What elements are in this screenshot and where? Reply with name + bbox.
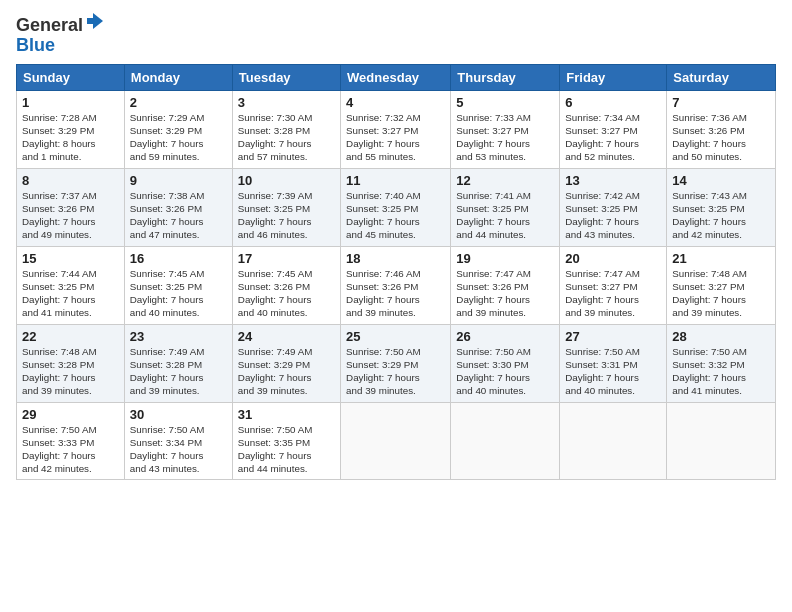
- day-info: Sunrise: 7:36 AMSunset: 3:26 PMDaylight:…: [672, 111, 770, 164]
- day-info: Sunrise: 7:44 AMSunset: 3:25 PMDaylight:…: [22, 267, 119, 320]
- day-number: 1: [22, 95, 119, 110]
- calendar-cell: 20Sunrise: 7:47 AMSunset: 3:27 PMDayligh…: [560, 246, 667, 324]
- day-info: Sunrise: 7:50 AMSunset: 3:31 PMDaylight:…: [565, 345, 661, 398]
- day-info: Sunrise: 7:50 AMSunset: 3:35 PMDaylight:…: [238, 423, 335, 476]
- day-info: Sunrise: 7:39 AMSunset: 3:25 PMDaylight:…: [238, 189, 335, 242]
- day-info: Sunrise: 7:29 AMSunset: 3:29 PMDaylight:…: [130, 111, 227, 164]
- day-info: Sunrise: 7:37 AMSunset: 3:26 PMDaylight:…: [22, 189, 119, 242]
- day-number: 9: [130, 173, 227, 188]
- calendar-cell: 10Sunrise: 7:39 AMSunset: 3:25 PMDayligh…: [232, 168, 340, 246]
- calendar-cell: 27Sunrise: 7:50 AMSunset: 3:31 PMDayligh…: [560, 324, 667, 402]
- day-number: 19: [456, 251, 554, 266]
- calendar-cell: 8Sunrise: 7:37 AMSunset: 3:26 PMDaylight…: [17, 168, 125, 246]
- col-tuesday: Tuesday: [232, 64, 340, 90]
- col-wednesday: Wednesday: [341, 64, 451, 90]
- day-info: Sunrise: 7:49 AMSunset: 3:29 PMDaylight:…: [238, 345, 335, 398]
- day-info: Sunrise: 7:42 AMSunset: 3:25 PMDaylight:…: [565, 189, 661, 242]
- day-info: Sunrise: 7:45 AMSunset: 3:25 PMDaylight:…: [130, 267, 227, 320]
- day-info: Sunrise: 7:43 AMSunset: 3:25 PMDaylight:…: [672, 189, 770, 242]
- calendar-cell: 2Sunrise: 7:29 AMSunset: 3:29 PMDaylight…: [124, 90, 232, 168]
- day-number: 27: [565, 329, 661, 344]
- page-header: General Blue: [16, 12, 776, 56]
- day-info: Sunrise: 7:46 AMSunset: 3:26 PMDaylight:…: [346, 267, 445, 320]
- day-number: 31: [238, 407, 335, 422]
- calendar-cell: [560, 402, 667, 480]
- col-thursday: Thursday: [451, 64, 560, 90]
- day-info: Sunrise: 7:33 AMSunset: 3:27 PMDaylight:…: [456, 111, 554, 164]
- day-info: Sunrise: 7:32 AMSunset: 3:27 PMDaylight:…: [346, 111, 445, 164]
- day-info: Sunrise: 7:40 AMSunset: 3:25 PMDaylight:…: [346, 189, 445, 242]
- day-number: 20: [565, 251, 661, 266]
- day-number: 30: [130, 407, 227, 422]
- day-number: 25: [346, 329, 445, 344]
- calendar-cell: 9Sunrise: 7:38 AMSunset: 3:26 PMDaylight…: [124, 168, 232, 246]
- col-monday: Monday: [124, 64, 232, 90]
- logo-arrow-icon: [85, 11, 105, 31]
- calendar-cell: 7Sunrise: 7:36 AMSunset: 3:26 PMDaylight…: [667, 90, 776, 168]
- calendar-cell: 23Sunrise: 7:49 AMSunset: 3:28 PMDayligh…: [124, 324, 232, 402]
- svg-marker-0: [87, 13, 103, 29]
- calendar-cell: 18Sunrise: 7:46 AMSunset: 3:26 PMDayligh…: [341, 246, 451, 324]
- calendar-cell: 1Sunrise: 7:28 AMSunset: 3:29 PMDaylight…: [17, 90, 125, 168]
- calendar-cell: 12Sunrise: 7:41 AMSunset: 3:25 PMDayligh…: [451, 168, 560, 246]
- day-info: Sunrise: 7:48 AMSunset: 3:27 PMDaylight:…: [672, 267, 770, 320]
- day-info: Sunrise: 7:50 AMSunset: 3:33 PMDaylight:…: [22, 423, 119, 476]
- day-number: 14: [672, 173, 770, 188]
- day-info: Sunrise: 7:50 AMSunset: 3:30 PMDaylight:…: [456, 345, 554, 398]
- calendar-cell: 28Sunrise: 7:50 AMSunset: 3:32 PMDayligh…: [667, 324, 776, 402]
- calendar-cell: 14Sunrise: 7:43 AMSunset: 3:25 PMDayligh…: [667, 168, 776, 246]
- calendar-cell: [667, 402, 776, 480]
- col-friday: Friday: [560, 64, 667, 90]
- calendar-cell: 5Sunrise: 7:33 AMSunset: 3:27 PMDaylight…: [451, 90, 560, 168]
- day-number: 5: [456, 95, 554, 110]
- day-info: Sunrise: 7:50 AMSunset: 3:34 PMDaylight:…: [130, 423, 227, 476]
- day-number: 4: [346, 95, 445, 110]
- calendar-cell: 19Sunrise: 7:47 AMSunset: 3:26 PMDayligh…: [451, 246, 560, 324]
- day-number: 24: [238, 329, 335, 344]
- calendar-table: Sunday Monday Tuesday Wednesday Thursday…: [16, 64, 776, 481]
- day-info: Sunrise: 7:50 AMSunset: 3:29 PMDaylight:…: [346, 345, 445, 398]
- day-info: Sunrise: 7:34 AMSunset: 3:27 PMDaylight:…: [565, 111, 661, 164]
- day-number: 12: [456, 173, 554, 188]
- day-info: Sunrise: 7:47 AMSunset: 3:27 PMDaylight:…: [565, 267, 661, 320]
- calendar-cell: 15Sunrise: 7:44 AMSunset: 3:25 PMDayligh…: [17, 246, 125, 324]
- logo: General Blue: [16, 16, 105, 56]
- day-number: 18: [346, 251, 445, 266]
- calendar-cell: [341, 402, 451, 480]
- day-number: 21: [672, 251, 770, 266]
- day-info: Sunrise: 7:47 AMSunset: 3:26 PMDaylight:…: [456, 267, 554, 320]
- day-info: Sunrise: 7:49 AMSunset: 3:28 PMDaylight:…: [130, 345, 227, 398]
- logo-general: General: [16, 15, 83, 35]
- calendar-cell: 16Sunrise: 7:45 AMSunset: 3:25 PMDayligh…: [124, 246, 232, 324]
- calendar-cell: 3Sunrise: 7:30 AMSunset: 3:28 PMDaylight…: [232, 90, 340, 168]
- page-container: General Blue Sunday Monday Tuesday Wedne…: [0, 0, 792, 488]
- calendar-cell: 31Sunrise: 7:50 AMSunset: 3:35 PMDayligh…: [232, 402, 340, 480]
- day-number: 8: [22, 173, 119, 188]
- col-saturday: Saturday: [667, 64, 776, 90]
- calendar-cell: 11Sunrise: 7:40 AMSunset: 3:25 PMDayligh…: [341, 168, 451, 246]
- calendar-cell: 22Sunrise: 7:48 AMSunset: 3:28 PMDayligh…: [17, 324, 125, 402]
- logo-blue: Blue: [16, 35, 55, 55]
- calendar-cell: 25Sunrise: 7:50 AMSunset: 3:29 PMDayligh…: [341, 324, 451, 402]
- day-number: 10: [238, 173, 335, 188]
- calendar-cell: 24Sunrise: 7:49 AMSunset: 3:29 PMDayligh…: [232, 324, 340, 402]
- day-number: 17: [238, 251, 335, 266]
- calendar-cell: 17Sunrise: 7:45 AMSunset: 3:26 PMDayligh…: [232, 246, 340, 324]
- logo-text: General Blue: [16, 16, 105, 56]
- calendar-cell: [451, 402, 560, 480]
- day-number: 23: [130, 329, 227, 344]
- day-number: 28: [672, 329, 770, 344]
- day-number: 13: [565, 173, 661, 188]
- calendar-cell: 13Sunrise: 7:42 AMSunset: 3:25 PMDayligh…: [560, 168, 667, 246]
- day-number: 29: [22, 407, 119, 422]
- calendar-cell: 30Sunrise: 7:50 AMSunset: 3:34 PMDayligh…: [124, 402, 232, 480]
- day-info: Sunrise: 7:28 AMSunset: 3:29 PMDaylight:…: [22, 111, 119, 164]
- day-info: Sunrise: 7:38 AMSunset: 3:26 PMDaylight:…: [130, 189, 227, 242]
- day-number: 2: [130, 95, 227, 110]
- day-info: Sunrise: 7:30 AMSunset: 3:28 PMDaylight:…: [238, 111, 335, 164]
- calendar-header-row: Sunday Monday Tuesday Wednesday Thursday…: [17, 64, 776, 90]
- col-sunday: Sunday: [17, 64, 125, 90]
- day-number: 3: [238, 95, 335, 110]
- day-info: Sunrise: 7:50 AMSunset: 3:32 PMDaylight:…: [672, 345, 770, 398]
- calendar-cell: 6Sunrise: 7:34 AMSunset: 3:27 PMDaylight…: [560, 90, 667, 168]
